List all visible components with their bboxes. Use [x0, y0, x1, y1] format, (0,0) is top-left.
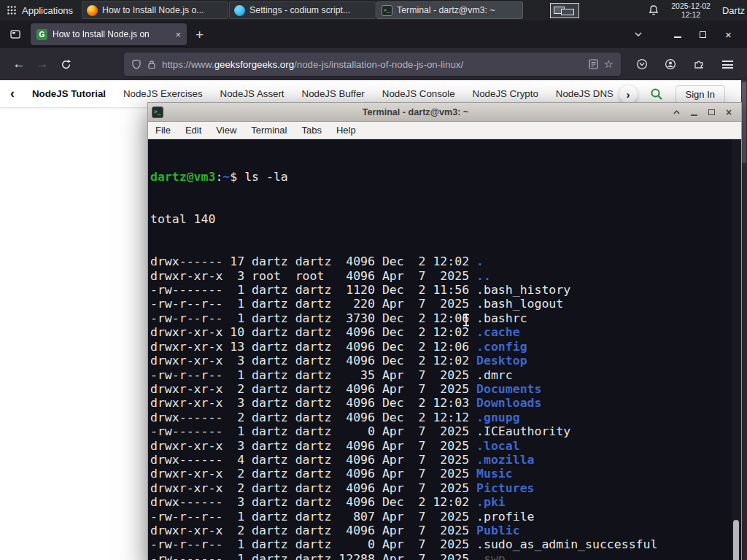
browser-close-button[interactable]: × — [716, 25, 741, 44]
lock-icon[interactable] — [147, 60, 156, 69]
top-panel: Applications How to Install Node.js o...… — [0, 0, 747, 20]
pocket-icon[interactable] — [631, 53, 653, 75]
file-row: drwx------ 17 dartz dartz 4096 Dec 2 12:… — [150, 254, 730, 268]
terminal-scrollbar-thumb[interactable] — [733, 520, 739, 560]
notifications-bell-icon[interactable] — [648, 4, 659, 16]
nav-scroll-left-icon[interactable]: ‹ — [10, 86, 15, 101]
file-name: .cache — [476, 325, 520, 339]
taskbar: How to Install Node.js o...Settings - co… — [82, 0, 524, 20]
extensions-icon[interactable] — [688, 53, 710, 75]
file-name: .. — [476, 269, 491, 283]
file-meta: drwxr-xr-x 2 dartz dartz 4096 Apr 7 2025 — [150, 524, 476, 537]
file-name: .gnupg — [476, 411, 520, 424]
file-name: .mozilla — [476, 453, 534, 467]
mouse-cursor — [462, 314, 471, 327]
gfg-nav-link[interactable]: NodeJS DNS — [556, 88, 614, 99]
browser-maximize-button[interactable] — [690, 25, 716, 44]
file-meta: drwxr-xr-x 2 dartz dartz 4096 Apr 7 2025 — [150, 467, 476, 481]
reload-button[interactable] — [54, 53, 77, 75]
terminal-window-title: Terminal - dartz@vm3: ~ — [163, 107, 667, 117]
terminal-titlebar[interactable]: Terminal - dartz@vm3: ~ × — [148, 103, 741, 122]
terminal-screen[interactable]: dartz@vm3:~$ ls -la total 140 drwx------… — [148, 139, 741, 560]
tracking-shield-icon[interactable] — [131, 59, 142, 69]
browser-scrollbar-thumb[interactable] — [742, 82, 746, 163]
file-name: .bash_logout — [476, 297, 563, 311]
account-icon[interactable] — [659, 53, 681, 75]
file-row: drwxr-xr-x 2 dartz dartz 4096 Apr 7 2025… — [150, 467, 730, 481]
tab-bar: G How to Install Node.js on × + × — [0, 20, 747, 48]
file-row: drwxr-xr-x 3 dartz dartz 4096 Dec 2 12:0… — [150, 354, 730, 368]
terminal-menu-terminal[interactable]: Terminal — [244, 125, 294, 136]
browser-minimize-button[interactable] — [665, 25, 690, 44]
taskbar-button-label: How to Install Node.js o... — [102, 5, 223, 15]
file-meta: drwxr-xr-x 3 dartz dartz 4096 Apr 7 2025 — [150, 439, 476, 453]
taskbar-button-label: Terminal - dartz@vm3: ~ — [397, 5, 518, 15]
applications-menu-button[interactable]: Applications — [0, 0, 82, 20]
terminal-menu-file[interactable]: File — [148, 125, 178, 136]
taskbar-button-label: Settings - codium script... — [249, 5, 371, 15]
sign-in-button[interactable]: Sign In — [676, 85, 725, 104]
taskbar-button[interactable]: Terminal - dartz@vm3: ~ — [376, 1, 523, 19]
file-row: drwxr-xr-x 2 dartz dartz 4096 Apr 7 2025… — [150, 382, 730, 396]
gfg-nav-link[interactable]: NodeJS Console — [382, 88, 455, 99]
file-meta: -rw------- 1 dartz dartz 12288 Apr 7 202… — [150, 552, 476, 560]
file-row: drwxr-xr-x 3 root root 4096 Apr 7 2025 .… — [150, 269, 730, 283]
navigation-toolbar: ← → https://www.geeksforgeeks.org/node-j… — [0, 48, 747, 80]
terminal-menubar: FileEditViewTerminalTabsHelp — [148, 122, 741, 139]
forward-button[interactable]: → — [31, 53, 54, 75]
file-row: -rw-r--r-- 1 dartz dartz 0 Apr 7 2025 .s… — [150, 537, 730, 551]
workspace-switcher[interactable] — [550, 3, 579, 18]
file-meta: drwxr-xr-x 2 dartz dartz 4096 Apr 7 2025 — [150, 382, 476, 396]
terminal-output: dartz@vm3:~$ ls -la total 140 drwx------… — [150, 141, 730, 560]
clock[interactable]: 2025-12-02 12:12 — [671, 1, 711, 19]
terminal-menu-edit[interactable]: Edit — [178, 125, 209, 136]
terminal-close-button[interactable]: × — [720, 104, 738, 120]
prompt-line: dartz@vm3:~$ ls -la — [150, 170, 730, 184]
file-name: Pictures — [476, 481, 534, 495]
gfg-nav-active-link[interactable]: NodeJS Tutorial — [32, 88, 106, 99]
file-meta: drwxr-xr-x 3 root root 4096 Apr 7 2025 — [150, 269, 476, 283]
prompt-userhost: dartz@vm3 — [150, 170, 215, 184]
browser-tab[interactable]: G How to Install Node.js on × — [31, 23, 187, 45]
terminal-scrollbar[interactable] — [732, 139, 741, 560]
menu-icon[interactable] — [716, 53, 738, 75]
gfg-nav-links: NodeJS ExercisesNodeJS AssertNodeJS Buff… — [123, 88, 654, 99]
search-icon[interactable] — [650, 88, 663, 101]
new-tab-button[interactable]: + — [196, 28, 204, 42]
terminal-shade-button[interactable] — [667, 104, 685, 120]
terminal-menu-view[interactable]: View — [209, 125, 244, 136]
gfg-nav-link[interactable]: NodeJS Crypto — [473, 88, 538, 99]
file-name: Downloads — [476, 396, 541, 410]
desktop: Applications How to Install Node.js o...… — [0, 0, 747, 560]
file-name: .sudo_as_admin_successful — [476, 537, 657, 551]
file-meta: drwxr-xr-x 10 dartz dartz 4096 Dec 2 12:… — [150, 325, 476, 339]
gfg-nav-link[interactable]: NodeJS Assert — [220, 88, 285, 99]
user-menu[interactable]: Dartz — [722, 5, 745, 16]
terminal-minimize-button[interactable] — [685, 104, 703, 120]
tab-close-icon[interactable]: × — [175, 29, 181, 40]
firefox-view-icon[interactable] — [6, 25, 25, 44]
terminal-maximize-button[interactable] — [703, 104, 720, 120]
browser-scrollbar[interactable] — [741, 80, 747, 560]
bookmark-star-icon[interactable]: ☆ — [604, 58, 614, 71]
terminal-window: Terminal - dartz@vm3: ~ × FileEditViewTe… — [147, 102, 742, 560]
taskbar-button[interactable]: How to Install Node.js o... — [82, 1, 228, 19]
terminal-menu-tabs[interactable]: Tabs — [294, 125, 328, 136]
file-name: .swp — [476, 552, 506, 560]
terminal-menu-help[interactable]: Help — [329, 125, 363, 136]
terminal-window-controls: × — [667, 104, 738, 120]
back-button[interactable]: ← — [7, 53, 31, 75]
list-all-tabs-icon[interactable] — [634, 30, 643, 39]
reader-mode-icon[interactable] — [589, 59, 598, 69]
file-name: .config — [476, 340, 527, 354]
file-row: drwxr-xr-x 3 dartz dartz 4096 Dec 2 12:0… — [150, 396, 730, 410]
file-meta: -rw-r--r-- 1 dartz dartz 35 Apr 7 2025 — [150, 368, 476, 382]
url-bar[interactable]: https://www.geeksforgeeks.org/node-js/in… — [124, 52, 621, 76]
file-row: -rw-r--r-- 1 dartz dartz 807 Apr 7 2025 … — [150, 510, 730, 524]
file-row: drwx------ 4 dartz dartz 4096 Apr 7 2025… — [150, 453, 730, 467]
gfg-nav-link[interactable]: NodeJS Buffer — [302, 88, 365, 99]
taskbar-button[interactable]: Settings - codium script... — [229, 1, 376, 19]
gfg-nav-link[interactable]: NodeJS Exercises — [123, 88, 203, 99]
file-row: -rw------- 1 dartz dartz 12288 Apr 7 202… — [150, 552, 730, 560]
nav-scroll-right-icon[interactable]: › — [619, 85, 638, 104]
